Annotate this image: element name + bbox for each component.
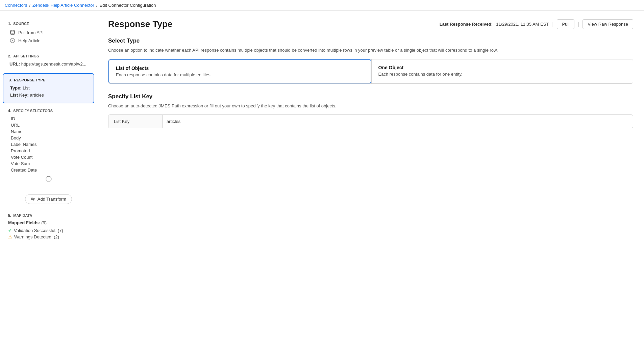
last-response-value: 11/29/2021, 11:35 AM EST <box>496 22 549 27</box>
list-key-table: List Key <box>108 114 633 128</box>
selector-vote-sum: Vote Sum <box>11 160 89 167</box>
step-5-label: MAP DATA <box>13 213 32 217</box>
sidebar-step-3: 3. RESPONSE TYPE Type: List List Key: ar… <box>3 73 94 104</box>
step-1-number: 1. <box>8 22 11 26</box>
list-key-label: List Key <box>108 115 163 128</box>
loading-spinner <box>46 176 52 182</box>
sidebar-step-2: 2. API SETTINGS URL: https://tags.zendes… <box>3 50 94 72</box>
step-2-url: URL: https://tags.zendesk.com/api/v2... <box>9 61 89 68</box>
step-5-number: 5. <box>8 213 11 217</box>
step-1-item-1: Pull from API <box>8 28 89 36</box>
type-option-list-title: List of Objects <box>116 66 364 71</box>
sidebar-step-4: 4. SPECIFY SELECTORS ID URL Name Body La… <box>3 105 94 189</box>
selector-url: URL <box>11 122 89 128</box>
select-type-description: Choose an option to indicate whether eac… <box>108 47 633 54</box>
type-option-list[interactable]: List of Objects Each response contains d… <box>108 59 371 83</box>
step-3-type: Type: List <box>10 85 88 92</box>
selector-created-date: Created Date <box>11 167 89 173</box>
select-type-title: Select Type <box>108 37 633 44</box>
header-right: Last Response Received: 11/29/2021, 11:3… <box>440 19 633 29</box>
step-2-header: 2. API SETTINGS <box>8 54 89 58</box>
breadcrumb-zendesk[interactable]: Zendesk Help Article Connector <box>32 3 94 8</box>
header-divider-2: | <box>578 21 579 27</box>
page-title: Response Type <box>108 19 172 29</box>
view-raw-button[interactable]: View Raw Response <box>583 19 633 29</box>
step-1-label: SOURCE <box>13 22 29 26</box>
step-1-help-article-label: Help Article <box>18 38 41 43</box>
specify-list-key-section: Specify List Key Choose an auto-detected… <box>108 93 633 129</box>
selector-label-names: Label Names <box>11 141 89 148</box>
selector-promoted: Promoted <box>11 148 89 154</box>
step-4-label: SPECIFY SELECTORS <box>13 109 53 113</box>
specify-list-key-description: Choose an auto-detected JMES Path expres… <box>108 103 633 109</box>
add-transform-button[interactable]: Add Transform <box>25 194 72 204</box>
svg-point-0 <box>10 30 15 32</box>
breadcrumb-sep-1: / <box>29 3 30 8</box>
breadcrumb-connectors[interactable]: Connectors <box>5 3 27 8</box>
x-circle-icon <box>9 37 16 44</box>
step-3-number: 3. <box>9 78 12 82</box>
specify-list-key-title: Specify List Key <box>108 93 633 100</box>
validation-success-text: Validation Successful: (7) <box>14 228 63 233</box>
layout: 1. SOURCE Pull from API <box>0 11 644 358</box>
selector-vote-count: Vote Count <box>11 154 89 160</box>
pull-button[interactable]: Pull <box>557 19 574 29</box>
list-key-input[interactable] <box>167 117 629 126</box>
add-transform-label: Add Transform <box>38 197 66 202</box>
type-options-container: List of Objects Each response contains d… <box>108 59 633 84</box>
main-content: Response Type Last Response Received: 11… <box>97 11 644 358</box>
list-key-row: List Key <box>108 115 633 128</box>
step-3-header: 3. RESPONSE TYPE <box>9 78 88 82</box>
step-1-header: 1. SOURCE <box>8 22 89 26</box>
last-response-label: Last Response Received: <box>440 22 493 27</box>
type-option-single-title: One Object <box>378 65 626 70</box>
sidebar-step-5: 5. MAP DATA Mapped Fields: (9) ✔ Validat… <box>3 209 94 244</box>
validation-warning-row: ⚠ Warnings Detected: (2) <box>8 234 89 240</box>
check-icon: ✔ <box>8 228 12 233</box>
step-4-number: 4. <box>8 109 11 113</box>
step-1-pull-label: Pull from API <box>18 30 44 35</box>
selector-id: ID <box>11 115 89 122</box>
step-5-header: 5. MAP DATA <box>8 213 89 217</box>
warning-icon: ⚠ <box>8 234 12 239</box>
sidebar-step-1: 1. SOURCE Pull from API <box>3 18 94 49</box>
type-option-single-desc: Each response contains data for one enti… <box>378 72 626 77</box>
mapped-fields-summary: Mapped Fields: (9) <box>8 220 89 225</box>
step-2-label: API SETTINGS <box>13 54 39 58</box>
breadcrumb: Connectors / Zendesk Help Article Connec… <box>0 0 644 11</box>
step-3-label: RESPONSE TYPE <box>14 78 45 82</box>
breadcrumb-current: Edit Connector Configuration <box>100 3 156 8</box>
type-option-single[interactable]: One Object Each response contains data f… <box>371 59 633 83</box>
db-icon <box>9 29 16 35</box>
select-type-section: Select Type Choose an option to indicate… <box>108 37 633 84</box>
sidebar-footer: Add Transform <box>0 190 97 208</box>
selectors-list: ID URL Name Body Label Names Promoted Vo… <box>11 115 89 173</box>
step-1-item-2: Help Article <box>8 36 89 45</box>
step-3-list-key: List Key: articles <box>10 92 88 99</box>
transform-icon <box>31 197 35 202</box>
step-2-number: 2. <box>8 54 11 58</box>
list-key-input-cell <box>163 115 633 128</box>
selector-body: Body <box>11 135 89 141</box>
breadcrumb-sep-2: / <box>96 3 98 8</box>
validation-warning-text: Warnings Detected: (2) <box>14 234 59 239</box>
main-header: Response Type Last Response Received: 11… <box>108 19 633 29</box>
type-option-list-desc: Each response contains data for multiple… <box>116 72 364 77</box>
selector-name: Name <box>11 128 89 135</box>
step-4-header: 4. SPECIFY SELECTORS <box>8 109 89 113</box>
sidebar: 1. SOURCE Pull from API <box>0 11 97 358</box>
validation-success-row: ✔ Validation Successful: (7) <box>8 227 89 234</box>
header-divider-1: | <box>552 21 553 27</box>
spinner-container <box>8 173 89 185</box>
